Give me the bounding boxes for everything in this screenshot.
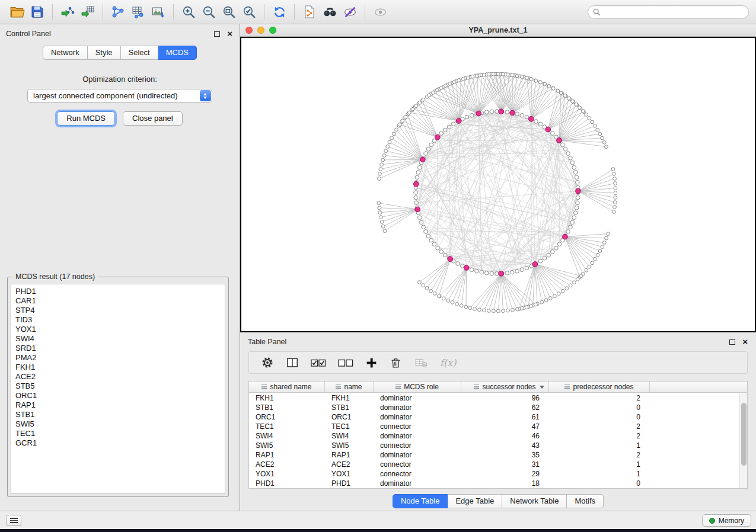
cell-shared-name: YOX1 [249,469,325,479]
delete-row-trash-icon[interactable] [390,357,402,369]
search-box[interactable] [588,5,749,19]
memory-button[interactable]: Memory [702,514,751,527]
column-header-shared-name[interactable]: shared name [249,382,325,392]
network-window-title: YPA_prune.txt_1 [240,26,756,34]
add-row-icon[interactable] [365,357,378,369]
zoom-out-button[interactable] [199,2,219,21]
float-table-panel-icon[interactable] [729,339,735,345]
column-header-successor-nodes[interactable]: successor nodes [461,382,549,392]
export-image-button[interactable] [148,2,168,21]
close-panel-button[interactable]: Close panel [123,111,183,126]
zoom-out-icon [202,5,216,20]
toolbar-separator [365,4,365,20]
column-header-name[interactable]: name [325,382,374,392]
table-row[interactable]: ACE2 ACE2 connector 31 1 [249,460,739,469]
close-panel-icon[interactable]: × [227,31,232,37]
memory-label: Memory [719,517,744,525]
split-panel-icon[interactable] [286,356,299,369]
cell-name: TEC1 [325,422,374,431]
column-header-predecessor-nodes[interactable]: predecessor nodes [549,382,650,392]
import-network-from-file-button[interactable] [58,2,78,21]
refresh-view-button[interactable] [269,2,289,21]
float-panel-icon[interactable] [214,31,220,37]
search-binoculars-button[interactable] [320,2,340,21]
mcds-result-item[interactable]: CAR1 [11,296,225,306]
show-hide-panel-button[interactable] [370,2,390,21]
task-history-button[interactable] [6,515,21,526]
run-mcds-button[interactable]: Run MCDS [57,111,115,126]
deselect-all-icon[interactable] [338,357,353,368]
network-canvas[interactable] [241,38,755,331]
optimization-criterion-dropdown[interactable]: largest connected component (undirected) [27,89,212,102]
table-row[interactable]: SWI5 SWI5 connector 43 1 [249,441,739,450]
toggle-graphics-details-button[interactable] [340,2,360,21]
tab-edge-table[interactable]: Edge Table [448,494,502,508]
mcds-result-item[interactable]: FKH1 [11,363,225,372]
scrollbar-thumb[interactable] [741,403,747,466]
minimize-window-traffic-light[interactable] [257,27,264,34]
table-row[interactable]: ORC1 ORC1 dominator 61 0 [249,412,739,422]
maximize-window-traffic-light[interactable] [269,27,276,34]
cell-successor-nodes: 61 [461,412,549,422]
table-row[interactable]: SWI4 SWI4 dominator 46 2 [249,431,739,441]
table-vertical-scrollbar[interactable] [739,393,747,488]
column-sort-icon [474,384,479,389]
search-input[interactable] [604,8,744,16]
table-toolbar: f(x) [248,351,748,374]
mcds-result-item[interactable]: PMA2 [11,353,225,363]
mcds-result-item[interactable]: ACE2 [11,372,225,382]
tab-mcds[interactable]: MCDS [158,46,197,60]
sort-dropdown-chevron-icon[interactable] [540,386,544,389]
tab-node-table[interactable]: Node Table [393,494,448,508]
tab-network[interactable]: Network [43,46,88,60]
table-row[interactable]: RAP1 RAP1 dominator 35 2 [249,450,739,460]
zoom-in-button[interactable] [178,2,199,21]
mcds-result-item[interactable]: STB1 [11,410,225,419]
mcds-result-item[interactable]: RAP1 [11,400,225,410]
network-window-titlebar[interactable]: YPA_prune.txt_1 [240,24,756,37]
table-row[interactable]: TEC1 TEC1 connector 47 2 [249,422,739,431]
mcds-result-item[interactable]: STB5 [11,382,225,391]
mcds-result-item[interactable]: STP4 [11,306,225,315]
close-window-traffic-light[interactable] [245,27,253,34]
import-table-from-file-button[interactable] [78,2,98,21]
column-label: successor nodes [482,383,535,391]
mcds-result-item[interactable]: YOX1 [11,325,225,334]
share-document-button[interactable] [299,2,320,21]
mcds-result-item[interactable]: ORC1 [11,391,225,400]
column-header-mcds-role[interactable]: MCDS role [374,382,461,392]
new-network-button[interactable] [108,2,128,21]
close-table-panel-icon[interactable]: × [742,339,748,345]
tab-network-table[interactable]: Network Table [502,494,567,508]
cell-name: SWI4 [325,431,374,441]
mcds-result-item[interactable]: TID3 [11,315,225,325]
column-sort-icon [564,384,570,389]
destroy-table-icon-disabled [414,356,428,369]
mcds-result-item[interactable]: SWI4 [11,334,225,344]
table-row[interactable]: STB1 STB1 dominator 62 0 [249,403,739,412]
table-row[interactable]: YOX1 YOX1 connector 29 1 [249,469,739,479]
tab-style[interactable]: Style [88,46,121,60]
eye-slash-icon [343,5,358,20]
save-session-button[interactable] [27,2,47,21]
tab-motifs[interactable]: Motifs [567,494,604,508]
mcds-result-item[interactable]: SRD1 [11,344,225,353]
table-row[interactable]: FKH1 FKH1 dominator 96 2 [249,393,739,403]
network-table-icon [131,5,145,19]
table-settings-gear-icon[interactable] [261,356,274,369]
select-all-icon[interactable] [311,357,326,368]
mcds-result-item[interactable]: TEC1 [11,429,225,438]
table-panel: Table Panel × [240,332,756,511]
mcds-result-item[interactable]: GCR1 [11,438,225,448]
mcds-result-item[interactable]: SWI5 [11,419,225,429]
cell-name: YOX1 [325,469,374,479]
zoom-fit-button[interactable] [219,2,239,21]
cell-successor-nodes: 43 [461,441,549,450]
zoom-selected-button[interactable] [239,2,259,21]
export-table-button[interactable] [128,2,148,21]
open-file-button[interactable] [7,2,27,21]
mcds-result-item[interactable]: PHD1 [11,287,225,296]
mcds-result-title: MCDS result (17 nodes) [12,273,98,281]
table-row[interactable]: PHD1 PHD1 dominator 18 0 [249,479,739,488]
tab-select[interactable]: Select [121,46,158,60]
